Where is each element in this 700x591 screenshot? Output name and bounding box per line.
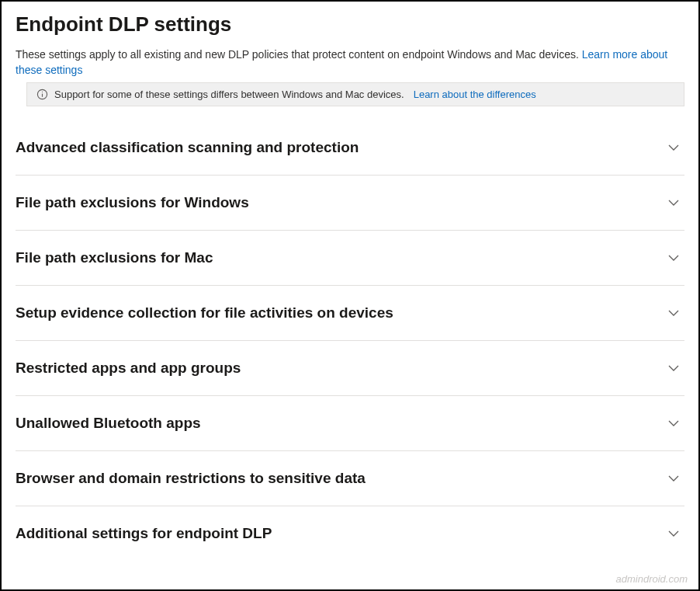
chevron-down-icon [666,140,681,155]
section-additional-settings[interactable]: Additional settings for endpoint DLP [16,506,684,561]
chevron-down-icon [666,250,681,266]
chevron-down-icon [666,305,681,321]
section-unallowed-bluetooth[interactable]: Unallowed Bluetooth apps [16,396,684,451]
page-title: Endpoint DLP settings [16,12,684,37]
section-title: Restricted apps and app groups [16,360,241,377]
section-restricted-apps[interactable]: Restricted apps and app groups [16,341,684,396]
banner-text: Support for some of these settings diffe… [54,89,404,100]
chevron-down-icon [666,360,681,376]
chevron-down-icon [666,526,681,541]
description-text: These settings apply to all existing and… [16,48,582,61]
page-description: These settings apply to all existing and… [16,47,684,78]
section-title: Additional settings for endpoint DLP [16,525,272,542]
section-title: File path exclusions for Mac [16,249,213,266]
chevron-down-icon [666,471,681,486]
section-title: Unallowed Bluetooth apps [16,415,201,432]
section-advanced-classification[interactable]: Advanced classification scanning and pro… [16,130,684,176]
section-title: Browser and domain restrictions to sensi… [16,470,366,487]
banner-link[interactable]: Learn about the differences [414,89,536,100]
section-title: Setup evidence collection for file activ… [16,304,393,322]
section-browser-domain-restrictions[interactable]: Browser and domain restrictions to sensi… [16,451,684,506]
section-file-path-exclusions-windows[interactable]: File path exclusions for Windows [16,176,684,231]
sections-container: Advanced classification scanning and pro… [16,130,684,561]
section-title: File path exclusions for Windows [16,194,249,211]
section-title: Advanced classification scanning and pro… [16,139,359,156]
chevron-down-icon [666,415,681,431]
info-icon [36,89,48,100]
chevron-down-icon [666,195,681,210]
section-file-path-exclusions-mac[interactable]: File path exclusions for Mac [16,231,684,286]
watermark: admindroid.com [616,573,688,585]
svg-point-2 [42,92,43,92]
section-evidence-collection[interactable]: Setup evidence collection for file activ… [16,286,684,341]
info-banner: Support for some of these settings diffe… [26,82,684,106]
